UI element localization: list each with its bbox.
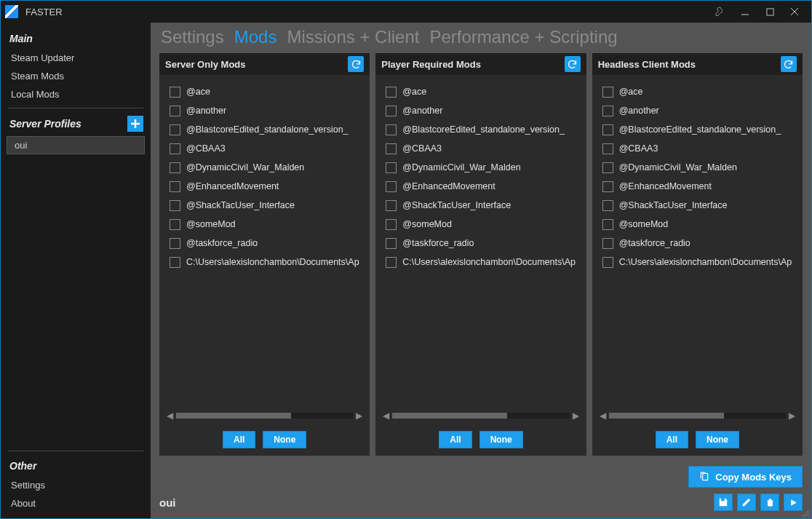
- mod-row[interactable]: @DynamicCivil_War_Malden: [386, 158, 576, 177]
- mod-checkbox[interactable]: [386, 106, 397, 116]
- mod-checkbox[interactable]: [602, 162, 613, 173]
- sidebar-item-steam-mods[interactable]: Steam Mods: [1, 67, 151, 85]
- add-profile-button[interactable]: [127, 116, 143, 132]
- sidebar-item-about[interactable]: About: [1, 494, 151, 512]
- mod-checkbox[interactable]: [386, 124, 397, 135]
- mod-checkbox[interactable]: [170, 257, 180, 268]
- mod-checkbox[interactable]: [386, 87, 397, 98]
- scroll-right-icon[interactable]: ▶: [573, 411, 579, 421]
- mod-row[interactable]: @taskforce_radio: [170, 234, 359, 253]
- mod-row[interactable]: @ShackTacUser_Interface: [170, 196, 359, 215]
- scroll-left-icon[interactable]: ◀: [167, 411, 173, 421]
- mod-checkbox[interactable]: [602, 219, 613, 230]
- scroll-left-icon[interactable]: ◀: [383, 411, 389, 421]
- mod-row[interactable]: @EnhancedMovement: [386, 177, 576, 196]
- mod-checkbox[interactable]: [170, 124, 180, 135]
- mod-row[interactable]: @DynamicCivil_War_Malden: [602, 158, 792, 177]
- select-all-button[interactable]: All: [439, 431, 471, 448]
- mod-row[interactable]: @EnhancedMovement: [170, 177, 359, 196]
- mod-checkbox[interactable]: [170, 106, 180, 116]
- horizontal-scrollbar[interactable]: ◀▶: [159, 408, 370, 424]
- mod-checkbox[interactable]: [170, 238, 180, 249]
- minimize-button[interactable]: [733, 3, 757, 20]
- mod-checkbox[interactable]: [602, 257, 613, 268]
- mod-checkbox[interactable]: [386, 162, 397, 173]
- tab-missions-client[interactable]: Missions + Client: [287, 27, 419, 47]
- tab-performance-scripting[interactable]: Performance + Scripting: [429, 27, 617, 47]
- copy-mods-keys-button[interactable]: Copy Mods Keys: [688, 466, 803, 488]
- mod-row[interactable]: @someMod: [170, 215, 359, 234]
- select-all-button[interactable]: All: [656, 431, 688, 448]
- mod-checkbox[interactable]: [386, 200, 397, 211]
- mod-row[interactable]: @EnhancedMovement: [602, 177, 792, 196]
- mod-row[interactable]: @ShackTacUser_Interface: [386, 196, 576, 215]
- mod-checkbox[interactable]: [170, 181, 180, 192]
- mod-checkbox[interactable]: [602, 238, 613, 249]
- close-button[interactable]: [782, 3, 807, 20]
- maximize-button[interactable]: [757, 3, 782, 20]
- save-button[interactable]: [714, 494, 733, 511]
- refresh-icon[interactable]: [348, 56, 364, 72]
- mod-label: C:\Users\alexislonchambon\Documents\Ap: [186, 257, 359, 267]
- mod-row[interactable]: @BlastcoreEdited_standalone_version_: [386, 120, 576, 139]
- mod-row[interactable]: @BlastcoreEdited_standalone_version_: [602, 120, 792, 139]
- horizontal-scrollbar[interactable]: ◀▶: [375, 408, 586, 424]
- mod-checkbox[interactable]: [602, 87, 613, 98]
- mod-row[interactable]: @someMod: [602, 215, 792, 234]
- mod-row[interactable]: @CBAA3: [602, 139, 792, 158]
- mod-row[interactable]: @ace: [170, 82, 359, 101]
- mod-checkbox[interactable]: [170, 200, 180, 211]
- select-all-button[interactable]: All: [223, 431, 255, 448]
- edit-button[interactable]: [737, 494, 756, 511]
- mod-checkbox[interactable]: [386, 219, 397, 230]
- mod-row[interactable]: C:\Users\alexislonchambon\Documents\Ap: [170, 253, 359, 272]
- mod-checkbox[interactable]: [602, 143, 613, 154]
- refresh-icon[interactable]: [781, 56, 797, 72]
- horizontal-scrollbar[interactable]: ◀▶: [592, 408, 803, 424]
- mod-row[interactable]: @taskforce_radio: [386, 234, 576, 253]
- sidebar-item-steam-updater[interactable]: Steam Updater: [1, 49, 151, 67]
- sidebar-profile-item[interactable]: oui: [7, 136, 145, 154]
- mod-row[interactable]: @another: [602, 101, 792, 120]
- settings-wrench-icon[interactable]: [708, 3, 733, 20]
- mod-row[interactable]: @ace: [386, 82, 576, 101]
- select-none-button[interactable]: None: [479, 431, 523, 448]
- play-button[interactable]: [784, 494, 803, 511]
- mod-checkbox[interactable]: [602, 124, 613, 135]
- select-none-button[interactable]: None: [696, 431, 739, 448]
- tab-mods[interactable]: Mods: [234, 27, 277, 47]
- mod-checkbox[interactable]: [170, 162, 180, 173]
- mod-checkbox[interactable]: [386, 181, 397, 192]
- mod-row[interactable]: @another: [386, 101, 576, 120]
- scroll-left-icon[interactable]: ◀: [600, 411, 606, 421]
- mod-row[interactable]: @someMod: [386, 215, 576, 234]
- mod-row[interactable]: @CBAA3: [170, 139, 359, 158]
- mod-checkbox[interactable]: [602, 106, 613, 116]
- scroll-right-icon[interactable]: ▶: [789, 411, 795, 421]
- delete-button[interactable]: [760, 494, 779, 511]
- mod-row[interactable]: @ace: [602, 82, 792, 101]
- tab-settings[interactable]: Settings: [161, 27, 224, 47]
- mod-row[interactable]: C:\Users\alexislonchambon\Documents\Ap: [602, 253, 792, 272]
- mod-checkbox[interactable]: [386, 257, 397, 268]
- mod-checkbox[interactable]: [386, 238, 397, 249]
- select-none-button[interactable]: None: [263, 431, 306, 448]
- resize-grip-icon[interactable]: [801, 508, 810, 517]
- mod-checkbox[interactable]: [602, 181, 613, 192]
- mod-checkbox[interactable]: [170, 143, 180, 154]
- mod-checkbox[interactable]: [170, 219, 180, 230]
- mod-row[interactable]: @CBAA3: [386, 139, 576, 158]
- scroll-right-icon[interactable]: ▶: [356, 411, 362, 421]
- mod-row[interactable]: @another: [170, 101, 359, 120]
- mod-checkbox[interactable]: [602, 200, 613, 211]
- mod-row[interactable]: @DynamicCivil_War_Malden: [170, 158, 359, 177]
- mod-row[interactable]: @taskforce_radio: [602, 234, 792, 253]
- mod-row[interactable]: C:\Users\alexislonchambon\Documents\Ap: [386, 253, 576, 272]
- refresh-icon[interactable]: [565, 56, 581, 72]
- mod-row[interactable]: @BlastcoreEdited_standalone_version_: [170, 120, 359, 139]
- mod-row[interactable]: @ShackTacUser_Interface: [602, 196, 792, 215]
- sidebar-item-local-mods[interactable]: Local Mods: [1, 85, 151, 103]
- sidebar-item-settings[interactable]: Settings: [1, 476, 151, 494]
- mod-checkbox[interactable]: [386, 143, 397, 154]
- mod-checkbox[interactable]: [170, 87, 180, 98]
